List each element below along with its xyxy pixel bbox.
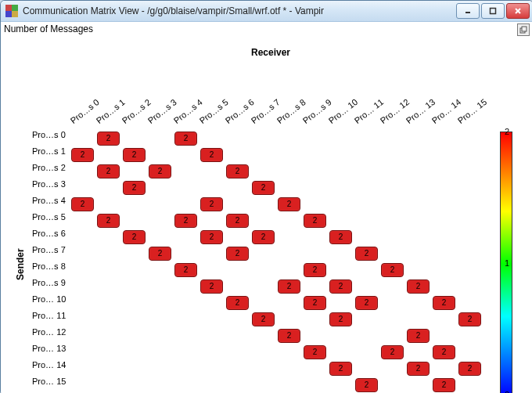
sender-axis-label: Sender <box>15 248 26 280</box>
matrix-cell[interactable]: 2 <box>458 312 481 326</box>
receiver-axis-label: Receiver <box>251 47 290 58</box>
matrix-cell[interactable]: 2 <box>252 181 275 195</box>
matrix-cell[interactable]: 2 <box>149 164 171 178</box>
matrix-cell[interactable]: 2 <box>329 230 352 244</box>
matrix-cell[interactable]: 2 <box>407 279 430 294</box>
col-label: Pro…s 0 <box>69 97 101 125</box>
color-scale-tick: 2 <box>500 127 509 136</box>
col-label: Pro…s 6 <box>224 97 256 125</box>
matrix-cell[interactable]: 2 <box>304 214 326 228</box>
matrix-cell[interactable]: 2 <box>71 148 94 162</box>
color-scale-tick: 0 <box>500 390 509 393</box>
matrix-cell[interactable]: 2 <box>97 214 120 228</box>
col-label: Pro…s 5 <box>198 97 230 125</box>
row-label: Pro…s 1 <box>32 146 66 156</box>
matrix-cell[interactable]: 2 <box>123 230 146 244</box>
matrix-cell[interactable]: 2 <box>200 279 223 294</box>
row-label: Pro…s 8 <box>32 261 66 271</box>
col-label: Pro…s 9 <box>301 97 333 125</box>
col-label: Pro…s 4 <box>172 97 204 125</box>
matrix-cell[interactable]: 2 <box>149 247 171 261</box>
matrix-cell[interactable]: 2 <box>381 263 404 277</box>
matrix-cell[interactable]: 2 <box>252 312 275 326</box>
matrix-cell[interactable]: 2 <box>97 164 120 178</box>
matrix-cell[interactable]: 2 <box>329 362 352 376</box>
col-label: Pro…s 2 <box>120 97 153 125</box>
matrix-cell[interactable]: 2 <box>226 247 249 261</box>
col-label: Pro…s 1 <box>95 97 127 125</box>
titlebar[interactable]: Communication Matrix View - /g/g0/blaise… <box>1 1 532 22</box>
row-label: Pro…s 6 <box>32 229 66 238</box>
minimize-button[interactable] <box>456 3 480 19</box>
row-label: Pro… 11 <box>32 311 66 320</box>
window-title: Communication Matrix View - /g/g0/blaise… <box>23 5 456 16</box>
row-label: Pro…s 0 <box>32 130 66 139</box>
col-label: Pro…s 8 <box>275 97 307 125</box>
maximize-button[interactable] <box>481 3 505 19</box>
matrix-cell[interactable]: 2 <box>123 148 146 162</box>
matrix-cell[interactable]: 2 <box>200 197 223 211</box>
matrix-cell[interactable]: 2 <box>278 329 300 343</box>
matrix-cell[interactable]: 2 <box>123 181 146 195</box>
matrix-cell[interactable]: 2 <box>304 296 326 310</box>
matrix-cell[interactable]: 2 <box>355 247 378 261</box>
matrix-cell[interactable]: 2 <box>200 230 223 244</box>
matrix-cell[interactable]: 2 <box>433 296 455 310</box>
app-window: Communication Matrix View - /g/g0/blaise… <box>0 0 532 393</box>
matrix-cell[interactable]: 2 <box>304 263 326 277</box>
color-scale-tick: 1 <box>500 258 509 268</box>
matrix-cell[interactable]: 2 <box>278 197 300 211</box>
matrix-cell[interactable]: 2 <box>174 132 197 146</box>
matrix-cell[interactable]: 2 <box>252 230 275 244</box>
svg-rect-1 <box>491 9 496 14</box>
matrix-cell[interactable]: 2 <box>200 148 223 162</box>
matrix-cell[interactable]: 2 <box>304 345 326 359</box>
content-pane: Number of Messages Receiver Sender Pro…s… <box>1 22 532 393</box>
matrix-cell[interactable]: 2 <box>329 279 352 294</box>
matrix-cell[interactable]: 2 <box>97 132 120 146</box>
matrix-chart: Receiver Sender Pro…s 0Pro…s 1Pro…s 2Pro… <box>1 22 532 393</box>
matrix-cell[interactable]: 2 <box>226 296 249 310</box>
matrix-cell[interactable]: 2 <box>433 378 455 392</box>
matrix-cell[interactable]: 2 <box>174 263 197 277</box>
row-label: Pro…s 9 <box>32 278 66 287</box>
matrix-cell[interactable]: 2 <box>174 214 197 228</box>
matrix-cell[interactable]: 2 <box>226 164 249 178</box>
col-label: Pro…s 7 <box>250 97 282 125</box>
matrix-cell[interactable]: 2 <box>71 197 94 211</box>
row-label: Pro…s 2 <box>32 163 66 172</box>
matrix-cell[interactable]: 2 <box>407 362 430 376</box>
matrix-cell[interactable]: 2 <box>355 378 378 392</box>
matrix-cell[interactable]: 2 <box>381 345 404 359</box>
matrix-cell[interactable]: 2 <box>458 362 481 376</box>
row-label: Pro…s 7 <box>32 245 66 254</box>
window-controls <box>456 3 530 19</box>
matrix-cell[interactable]: 2 <box>355 296 378 310</box>
row-label: Pro…s 5 <box>32 212 66 222</box>
row-label: Pro… 14 <box>32 360 66 370</box>
matrix-cell[interactable]: 2 <box>278 279 300 294</box>
row-label: Pro… 10 <box>32 294 66 304</box>
col-label: Pro…s 3 <box>146 97 178 125</box>
matrix-cell[interactable]: 2 <box>407 329 430 343</box>
matrix-cell[interactable]: 2 <box>329 312 352 326</box>
row-label: Pro… 12 <box>32 327 66 337</box>
matrix-cell[interactable]: 2 <box>433 345 455 359</box>
row-label: Pro…s 4 <box>32 196 66 205</box>
matrix-cell[interactable]: 2 <box>226 214 249 228</box>
row-label: Pro… 15 <box>32 377 66 386</box>
row-label: Pro… 13 <box>32 344 66 353</box>
app-icon <box>5 5 18 17</box>
close-button[interactable] <box>506 3 530 19</box>
row-label: Pro…s 3 <box>32 179 66 189</box>
